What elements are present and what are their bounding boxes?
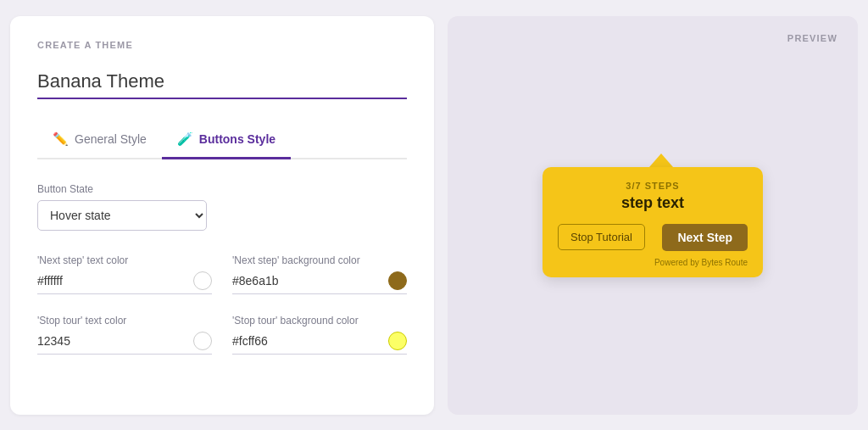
- stop-bg-color-label: 'Stop tour' background color: [232, 315, 407, 327]
- color-fields: 'Next step' text color 'Next step' backg…: [37, 254, 407, 355]
- tab-buttons[interactable]: 🧪 Buttons Style: [162, 123, 291, 159]
- next-step-button[interactable]: Next Step: [662, 224, 748, 251]
- stop-text-color-swatch[interactable]: [193, 332, 212, 350]
- tooltip-box: 3/7 STEPS step text Stop Tutorial Next S…: [542, 167, 763, 277]
- button-state-select[interactable]: Hover state Default state Active state: [37, 200, 207, 231]
- left-panel: CREATE A THEME ✏️ General Style 🧪 Button…: [10, 16, 434, 415]
- stop-bg-color-input[interactable]: [232, 334, 388, 348]
- next-text-color-label: 'Next step' text color: [37, 254, 212, 266]
- step-text: step text: [558, 194, 748, 212]
- tooltip-arrow: [649, 154, 673, 167]
- next-text-color-swatch[interactable]: [193, 271, 212, 290]
- next-bg-color-label: 'Next step' background color: [232, 254, 407, 266]
- tabs: ✏️ General Style 🧪 Buttons Style: [37, 123, 407, 159]
- next-bg-color-swatch[interactable]: [388, 271, 407, 290]
- buttons-style-icon: 🧪: [177, 131, 193, 147]
- powered-by: Powered by Bytes Route: [558, 258, 748, 267]
- tooltip-buttons: Stop Tutorial Next Step: [558, 224, 748, 251]
- form-section: Button State Hover state Default state A…: [37, 183, 407, 355]
- stop-tutorial-button[interactable]: Stop Tutorial: [558, 224, 645, 250]
- right-panel: PREVIEW 3/7 STEPS step text Stop Tutoria…: [448, 16, 858, 415]
- tab-buttons-label: Buttons Style: [199, 132, 275, 146]
- next-bg-color-row: [232, 271, 407, 294]
- button-state-label: Button State: [37, 183, 407, 195]
- stop-text-color-input[interactable]: [37, 334, 193, 348]
- stop-bg-color-swatch[interactable]: [388, 332, 407, 350]
- stop-text-color-row: [37, 332, 212, 355]
- next-text-color-input[interactable]: [37, 274, 193, 288]
- preview-label: PREVIEW: [787, 33, 837, 43]
- stop-text-color-group: 'Stop tour' text color: [37, 315, 212, 355]
- next-bg-color-group: 'Next step' background color: [232, 254, 407, 294]
- panel-title: CREATE A THEME: [37, 40, 407, 50]
- stop-text-color-label: 'Stop tour' text color: [37, 315, 212, 327]
- stop-bg-color-row: [232, 332, 407, 355]
- next-text-color-group: 'Next step' text color: [37, 254, 212, 294]
- button-state-group: Button State Hover state Default state A…: [37, 183, 407, 231]
- main-container: CREATE A THEME ✏️ General Style 🧪 Button…: [10, 16, 858, 415]
- step-counter: 3/7 STEPS: [558, 181, 748, 191]
- tab-general-label: General Style: [75, 132, 147, 146]
- tooltip-widget: 3/7 STEPS step text Stop Tutorial Next S…: [542, 154, 763, 277]
- stop-bg-color-group: 'Stop tour' background color: [232, 315, 407, 355]
- general-style-icon: ✏️: [53, 131, 69, 147]
- tab-general[interactable]: ✏️ General Style: [37, 123, 162, 159]
- next-bg-color-input[interactable]: [232, 274, 388, 288]
- theme-name-input[interactable]: [37, 70, 407, 99]
- next-text-color-row: [37, 271, 212, 294]
